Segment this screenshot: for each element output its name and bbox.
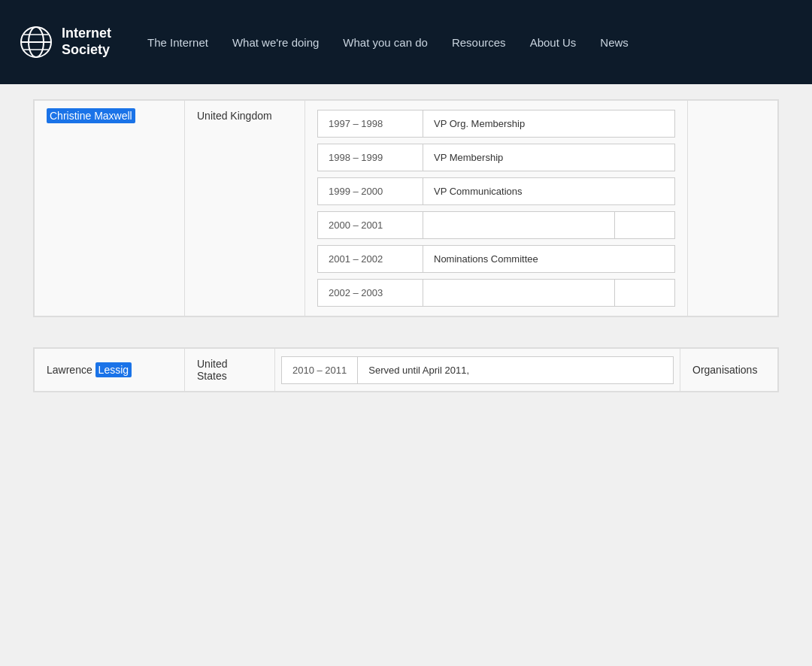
table-row: Christine Maxwell United Kingdom 1997 – … <box>35 101 778 316</box>
country-line2: States <box>197 370 227 382</box>
navbar: Internet Society The Internet What we're… <box>0 0 812 84</box>
nav-item-what-were-doing[interactable]: What we're doing <box>232 36 319 49</box>
role-row-2: 1999 – 2000 VP Communications <box>317 177 675 205</box>
role-year: 2002 – 2003 <box>318 280 423 306</box>
country-cell-2: United States <box>185 349 275 392</box>
nav-item-news[interactable]: News <box>600 36 629 49</box>
role-row-0: 1997 – 1998 VP Org. Membership <box>317 110 675 138</box>
role-row-5: 2002 – 2003 <box>317 279 675 307</box>
role-title: VP Communications <box>423 178 674 204</box>
globe-icon <box>18 24 54 60</box>
nav-item-about-us[interactable]: About Us <box>530 36 577 49</box>
nav-item-resources[interactable]: Resources <box>452 36 506 49</box>
role-extra <box>614 280 674 306</box>
table-row: Lawrence Lessig United States 2010 – 201… <box>35 349 778 392</box>
lawrence-lessig-table: Lawrence Lessig United States 2010 – 201… <box>34 348 778 392</box>
role-title: Nominations Committee <box>423 246 674 272</box>
nav-item-what-you-can-do[interactable]: What you can do <box>343 36 428 49</box>
person-name[interactable]: Christine Maxwell <box>47 108 135 123</box>
role-year: 1998 – 1999 <box>318 144 423 171</box>
extra-col-label: Organisations <box>692 364 757 376</box>
nav-item-the-internet[interactable]: The Internet <box>147 36 208 49</box>
extra-col-lessig: Organisations <box>680 349 778 392</box>
role-row-lessig: 2010 – 2011 Served until April 2011, <box>281 356 674 384</box>
role-extra <box>614 212 674 238</box>
role-desc-lessig: Served until April 2011, <box>358 357 673 383</box>
country: United Kingdom <box>197 110 272 122</box>
person-name-highlighted[interactable]: Lessig <box>95 362 132 377</box>
christine-maxwell-table: Christine Maxwell United Kingdom 1997 – … <box>34 100 778 316</box>
role-year: 2001 – 2002 <box>318 246 423 272</box>
logo-text: Internet Society <box>62 26 111 58</box>
content-area: Christine Maxwell United Kingdom 1997 – … <box>0 84 812 422</box>
lawrence-lessig-section: Lawrence Lessig United States 2010 – 201… <box>33 347 779 392</box>
name-cell-2: Lawrence Lessig <box>35 349 185 392</box>
role-title <box>423 280 614 306</box>
person-name-prefix: Lawrence <box>47 364 95 376</box>
role-title: VP Membership <box>423 144 674 171</box>
role-row-4: 2001 – 2002 Nominations Committee <box>317 245 675 273</box>
nav-menu: The Internet What we're doing What you c… <box>147 36 629 49</box>
role-year-lessig: 2010 – 2011 <box>282 357 358 383</box>
role-title <box>423 212 614 238</box>
extra-col-cell <box>688 101 778 316</box>
role-year: 1999 – 2000 <box>318 178 423 204</box>
name-cell: Christine Maxwell <box>35 101 185 316</box>
logo[interactable]: Internet Society <box>18 24 111 60</box>
roles-cell-2: 2010 – 2011 Served until April 2011, <box>275 349 680 392</box>
role-row-1: 1998 – 1999 VP Membership <box>317 144 675 171</box>
roles-cell: 1997 – 1998 VP Org. Membership 1998 – 19… <box>305 101 688 316</box>
christine-maxwell-section: Christine Maxwell United Kingdom 1997 – … <box>33 99 779 317</box>
country-line1: United <box>197 358 227 370</box>
role-title: VP Org. Membership <box>423 110 674 137</box>
role-year: 1997 – 1998 <box>318 110 423 137</box>
role-row-3: 2000 – 2001 <box>317 211 675 239</box>
roles-grid: 1997 – 1998 VP Org. Membership 1998 – 19… <box>317 110 675 307</box>
role-year: 2000 – 2001 <box>318 212 423 238</box>
country-cell: United Kingdom <box>185 101 305 316</box>
